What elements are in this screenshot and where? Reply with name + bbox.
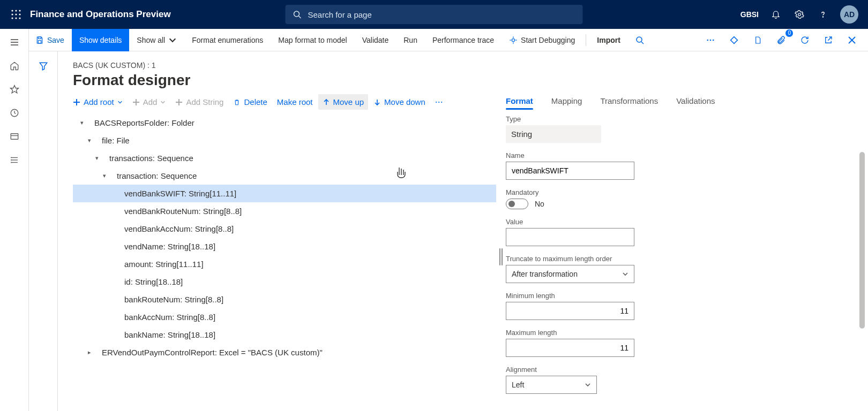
move-up-button[interactable]: Move up: [318, 94, 369, 110]
delete-button[interactable]: Delete: [233, 97, 267, 106]
svg-point-12: [822, 17, 823, 17]
alignment-select[interactable]: Left: [506, 376, 597, 394]
help-icon[interactable]: [817, 8, 829, 21]
popout-button[interactable]: [821, 33, 836, 48]
page-title: Format designer: [73, 72, 868, 89]
show-details-button[interactable]: Show details: [72, 29, 129, 51]
tree-node[interactable]: bankName: String[18..18]: [73, 326, 496, 344]
tree-node-label: vendName: String[18..18]: [124, 242, 215, 251]
tree-more-button[interactable]: ···: [435, 96, 443, 108]
tree-node[interactable]: ▾transaction: Sequence: [73, 167, 496, 185]
tree-node-label: transaction: Sequence: [117, 171, 197, 180]
attach-icon: [776, 35, 786, 45]
tree-toolbar: Add root Add Add String Delete Make root: [73, 96, 496, 108]
add-button[interactable]: Add: [132, 97, 166, 106]
scrollbar-thumb[interactable]: [859, 152, 865, 329]
svg-point-28: [512, 39, 514, 41]
format-enumerations-button[interactable]: Format enumerations: [184, 29, 271, 51]
svg-line-34: [641, 42, 643, 44]
start-debugging-button[interactable]: Start Debugging: [502, 29, 582, 51]
add-root-button[interactable]: Add root: [73, 97, 123, 106]
tree-node-label: id: String[18..18]: [124, 277, 183, 286]
tree-node-label: vendBankSWIFT: String[11..11]: [124, 189, 236, 198]
chevron-down-icon: [160, 100, 166, 105]
svg-point-6: [11, 17, 13, 19]
add-string-button[interactable]: Add String: [175, 97, 223, 106]
tree-node[interactable]: ▸ERVendOutPaymControlReport: Excel = "BA…: [73, 344, 496, 361]
svg-point-11: [798, 13, 801, 16]
triangle-right-icon[interactable]: ▸: [85, 349, 94, 356]
triangle-down-icon[interactable]: ▾: [77, 119, 87, 126]
save-button[interactable]: Save: [29, 29, 72, 51]
svg-point-7: [15, 17, 17, 19]
refresh-button[interactable]: [797, 33, 812, 48]
validate-button[interactable]: Validate: [355, 29, 396, 51]
options-button[interactable]: [727, 33, 742, 48]
format-tree[interactable]: ▾BACSReportsFolder: Folder▾file: File▾tr…: [73, 114, 496, 361]
performance-trace-button[interactable]: Performance trace: [425, 29, 502, 51]
panel-splitter[interactable]: [496, 96, 506, 411]
recent-icon[interactable]: [9, 107, 20, 119]
modules-icon[interactable]: [9, 154, 20, 166]
run-button[interactable]: Run: [396, 29, 425, 51]
tree-node[interactable]: amount: String[11..11]: [73, 255, 496, 273]
mandatory-label: Mandatory: [506, 188, 849, 196]
overflow-button[interactable]: [703, 33, 718, 48]
tree-node[interactable]: vendBankAccNum: String[8..8]: [73, 220, 496, 238]
tree-node[interactable]: vendBankSWIFT: String[11..11]: [73, 185, 496, 202]
type-label: Type: [506, 115, 849, 123]
tenant-name: GBSI: [740, 10, 759, 19]
debug-icon: [509, 36, 518, 44]
name-input[interactable]: [506, 162, 634, 180]
left-nav-rail: [0, 29, 29, 411]
tree-node[interactable]: ▾BACSReportsFolder: Folder: [73, 114, 496, 132]
global-search-input[interactable]: [307, 10, 564, 20]
tab-format[interactable]: Format: [506, 96, 533, 105]
value-input[interactable]: [506, 228, 634, 246]
triangle-down-icon[interactable]: ▾: [100, 172, 109, 179]
tab-transformations[interactable]: Transformations: [600, 96, 658, 105]
settings-icon[interactable]: [793, 8, 806, 21]
tree-node[interactable]: bankRouteNum: String[8..8]: [73, 291, 496, 308]
tab-mapping[interactable]: Mapping: [551, 96, 582, 105]
global-search[interactable]: [286, 5, 583, 24]
tab-validations[interactable]: Validations: [676, 96, 715, 105]
tree-node[interactable]: vendName: String[18..18]: [73, 238, 496, 255]
make-root-button[interactable]: Make root: [277, 97, 313, 106]
mandatory-toggle[interactable]: [506, 199, 528, 209]
close-button[interactable]: [844, 33, 859, 48]
max-length-input[interactable]: [506, 339, 634, 357]
move-down-button[interactable]: Move down: [373, 97, 425, 106]
find-button[interactable]: [628, 29, 652, 51]
diamond-icon: [729, 35, 739, 45]
filter-icon[interactable]: [38, 61, 49, 411]
truncate-select[interactable]: After transformation: [506, 265, 634, 283]
app-launcher-icon[interactable]: [4, 10, 28, 19]
home-icon[interactable]: [9, 60, 20, 72]
min-length-input[interactable]: [506, 302, 634, 320]
tree-node[interactable]: ▾transactions: Sequence: [73, 149, 496, 167]
tree-node[interactable]: vendBankRouteNum: String[8..8]: [73, 202, 496, 220]
notifications-icon[interactable]: [769, 8, 782, 21]
chevron-down-icon: [585, 382, 591, 388]
chevron-down-icon: [622, 271, 628, 277]
page-button[interactable]: [750, 33, 765, 48]
refresh-icon: [800, 35, 810, 45]
tree-node[interactable]: bankAccNum: String[8..8]: [73, 308, 496, 326]
triangle-down-icon[interactable]: ▾: [85, 137, 94, 144]
map-format-to-model-button[interactable]: Map format to model: [271, 29, 354, 51]
user-avatar[interactable]: AD: [840, 5, 858, 24]
show-all-button[interactable]: Show all: [129, 29, 184, 51]
tree-node[interactable]: id: String[18..18]: [73, 273, 496, 291]
svg-point-9: [294, 11, 300, 17]
import-button[interactable]: Import: [589, 29, 628, 51]
more-icon: [706, 35, 715, 45]
attachments-button[interactable]: 0: [774, 33, 789, 48]
vertical-scrollbar[interactable]: [859, 152, 865, 355]
tree-node[interactable]: ▾file: File: [73, 132, 496, 149]
svg-point-24: [11, 160, 11, 161]
hamburger-icon[interactable]: [9, 36, 20, 48]
triangle-down-icon[interactable]: ▾: [92, 155, 102, 162]
favorites-icon[interactable]: [9, 83, 20, 95]
workspaces-icon[interactable]: [9, 131, 20, 142]
